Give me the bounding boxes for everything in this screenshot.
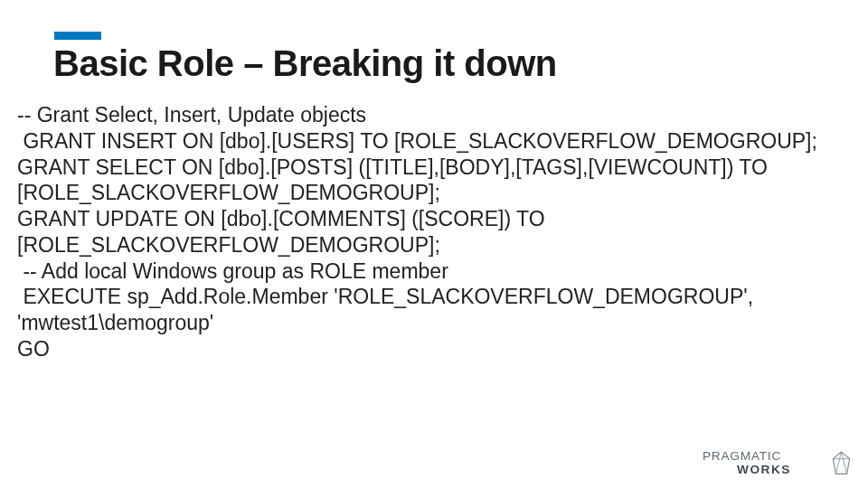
slide-body: -- Grant Select, Insert, Update objects … [17, 102, 845, 362]
slide-title: Basic Role – Breaking it down [53, 43, 557, 84]
logo-line2: WORKS [737, 463, 791, 476]
title-accent-bar [54, 32, 101, 40]
code-line: -- Grant Select, Insert, Update objects [17, 102, 845, 128]
code-line: GRANT SELECT ON [dbo].[POSTS] ([TITLE],[… [17, 155, 845, 207]
pragmatic-works-logo: PRAGMATIC WORKS [703, 446, 854, 481]
code-line: -- Add local Windows group as ROLE membe… [17, 258, 845, 285]
slide: Basic Role – Breaking it down -- Grant S… [0, 0, 868, 488]
code-line: GO [17, 336, 845, 362]
logo-line1: PRAGMATIC [703, 449, 781, 463]
svg-marker-0 [833, 452, 849, 474]
logo-gem-icon [833, 452, 849, 474]
code-line: GRANT INSERT ON [dbo].[USERS] TO [ROLE_S… [17, 128, 845, 155]
code-line: GRANT UPDATE ON [dbo].[COMMENTS] ([SCORE… [17, 206, 845, 258]
code-line: EXECUTE sp_Add.Role.Member 'ROLE_SLACKOV… [17, 284, 845, 336]
